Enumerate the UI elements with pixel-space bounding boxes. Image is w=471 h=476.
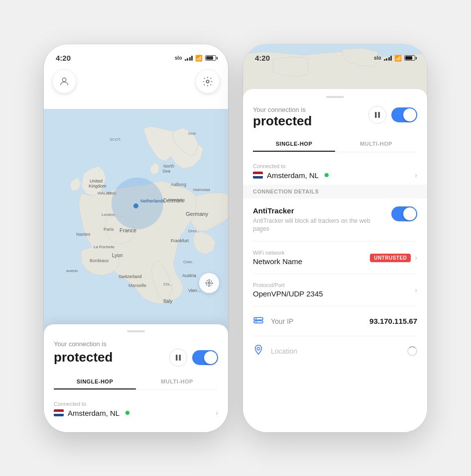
wifi-network-label: WiFi network: [253, 250, 302, 256]
ip-icon: [253, 314, 264, 328]
left-connection-title: protected: [54, 349, 218, 367]
left-status-icons: slo 📶: [175, 55, 216, 62]
right-connection-header: Your connection is protected: [253, 106, 417, 129]
right-connection-prefix: Your connection is: [253, 106, 312, 113]
svg-text:Switzerland: Switzerland: [118, 274, 142, 279]
svg-point-1: [133, 203, 138, 208]
svg-text:Vien...: Vien...: [188, 288, 201, 293]
right-panel: Your connection is protected: [243, 89, 427, 432]
wifi-network-left: WiFi network Network Name: [253, 250, 302, 266]
avatar-button[interactable]: [53, 70, 76, 93]
svg-text:Hamburg: Hamburg: [168, 197, 185, 202]
left-chevron-icon: ›: [216, 409, 218, 417]
right-connected-location[interactable]: Amsterdam, NL ›: [253, 171, 417, 180]
svg-text:·: ·: [112, 255, 113, 259]
wifi-network-value: Network Name: [253, 257, 302, 266]
svg-point-60: [257, 348, 260, 351]
left-connected-row: Connected to Amsterdam, NL ›: [54, 396, 218, 422]
left-online-dot: [125, 411, 129, 415]
left-connection-status: protected: [54, 350, 113, 365]
pause-button[interactable]: [169, 349, 187, 367]
right-netherlands-flag: [253, 172, 263, 179]
right-time: 4:20: [255, 54, 270, 62]
ip-row: Your IP 93.170.115.67: [253, 306, 417, 336]
right-battery-icon: [404, 55, 415, 61]
ip-value: 93.170.115.67: [369, 317, 417, 325]
recenter-icon: [205, 279, 214, 287]
panel-handle: [127, 330, 145, 332]
right-carrier: slo: [374, 55, 381, 61]
left-bottom-panel: Your connection is protected SI: [44, 324, 228, 432]
right-section-header: CONNECTION DETAILS: [243, 185, 427, 198]
svg-rect-54: [375, 112, 377, 118]
right-vpn-toggle[interactable]: [391, 107, 417, 122]
right-phone: 4:20 slo 📶: [243, 44, 427, 432]
svg-text:SCOT.: SCOT.: [110, 137, 121, 142]
svg-text:La Rochelle: La Rochelle: [94, 245, 115, 249]
netherlands-flag: [54, 409, 64, 416]
svg-rect-56: [254, 318, 263, 320]
svg-rect-51: [176, 355, 178, 361]
right-status-icons: slo 📶: [374, 55, 415, 62]
left-carrier: slo: [175, 55, 182, 61]
right-connection-controls: [368, 106, 417, 124]
svg-text:France: France: [119, 227, 136, 233]
netherlands-highlight: [112, 178, 163, 229]
protocol-port-row[interactable]: Protocol/Port OpenVPN/UDP 2345 ›: [253, 274, 417, 306]
right-pause-button[interactable]: [368, 106, 386, 124]
wifi-network-right: UNTRUSTED ›: [370, 254, 417, 262]
protocol-port-left: Protocol/Port OpenVPN/UDP 2345: [253, 282, 323, 298]
left-phone: 4:20 slo 📶: [44, 44, 228, 432]
left-time: 4:20: [56, 54, 71, 62]
svg-text:Austria: Austria: [182, 273, 196, 278]
pause-icon: [176, 355, 181, 361]
protocol-port-value: OpenVPN/UDP 2345: [253, 289, 323, 298]
svg-text:Germany: Germany: [186, 211, 209, 217]
avatar-icon: [59, 76, 70, 87]
protocol-port-label: Protocol/Port: [253, 282, 323, 288]
left-connected-label: Connected to: [54, 401, 218, 407]
left-connection-controls: [169, 349, 218, 367]
svg-point-45: [208, 282, 211, 284]
right-wifi-icon: 📶: [394, 55, 402, 62]
antitracker-toggle[interactable]: [391, 206, 417, 221]
wifi-network-row[interactable]: WiFi network Network Name UNTRUSTED ›: [253, 242, 417, 274]
svg-text:Lyon: Lyon: [112, 253, 122, 258]
antitracker-desc: AntiTracker will block all trackers on t…: [253, 217, 385, 234]
svg-text:Kingdom: Kingdom: [89, 184, 107, 189]
right-status-bar: 4:20 slo 📶: [243, 44, 427, 66]
right-panel-handle: [326, 96, 344, 98]
svg-text:·: ·: [104, 213, 105, 218]
left-signal-icon: [185, 55, 193, 61]
svg-rect-57: [254, 321, 263, 323]
right-chevron-icon: ›: [415, 171, 417, 179]
protocol-chevron-icon: ›: [415, 286, 417, 294]
right-pause-icon: [375, 112, 380, 118]
right-online-dot: [325, 173, 329, 177]
settings-button[interactable]: [196, 70, 219, 93]
recenter-button[interactable]: [199, 273, 219, 293]
right-tab-multi-hop[interactable]: MULTI-HOP: [335, 137, 417, 152]
left-tab-single-hop[interactable]: SINGLE-HOP: [54, 375, 136, 389]
location-label: Location: [271, 347, 400, 355]
gear-icon: [202, 76, 213, 87]
svg-text:Chi...: Chi...: [163, 282, 173, 286]
right-connected-label: Connected to: [253, 163, 417, 169]
left-tab-multi-hop[interactable]: MULTI-HOP: [136, 375, 218, 389]
left-connected-location[interactable]: Amsterdam, NL ›: [54, 409, 218, 417]
svg-text:Czec.: Czec.: [183, 260, 193, 264]
svg-point-46: [206, 280, 212, 286]
vpn-toggle[interactable]: [192, 350, 218, 365]
svg-point-43: [62, 78, 66, 81]
right-tab-single-hop[interactable]: SINGLE-HOP: [253, 137, 335, 152]
svg-text:aviedo: aviedo: [66, 269, 78, 273]
antitracker-title: AntiTracker: [253, 206, 385, 215]
svg-point-44: [206, 80, 209, 83]
right-location-name: Amsterdam, NL: [267, 171, 319, 180]
right-signal-icon: [384, 55, 392, 61]
svg-rect-52: [179, 355, 181, 361]
svg-text:United: United: [90, 179, 103, 184]
right-connection-text-block: Your connection is protected: [253, 106, 312, 129]
svg-text:Paris: Paris: [104, 227, 114, 232]
svg-point-58: [255, 318, 256, 319]
